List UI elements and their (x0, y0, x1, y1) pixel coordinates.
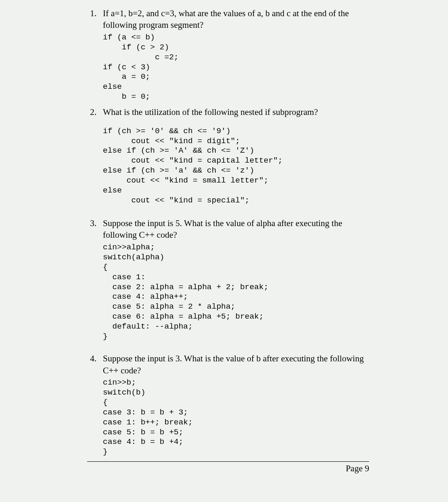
code-block: if (ch >= '0' && ch <= '9') cout << "kin… (103, 127, 369, 206)
question-list: If a=1, b=2, and c=3, what are the value… (87, 7, 369, 457)
question-prompt: If a=1, b=2, and c=3, what are the value… (103, 7, 369, 31)
code-block: cin>>alpha; switch(alpha) { case 1: case… (103, 243, 369, 342)
question-3: Suppose the input is 5. What is the valu… (99, 217, 369, 342)
question-prompt: Suppose the input is 3. What is the valu… (103, 353, 369, 376)
page-footer: Page 9 (87, 461, 369, 474)
question-prompt: Suppose the input is 5. What is the valu… (103, 217, 369, 241)
page: If a=1, b=2, and c=3, what are the value… (0, 0, 448, 502)
code-block: if (a <= b) if (c > 2) c =2; if (c < 3) … (103, 33, 369, 102)
question-4: Suppose the input is 3. What is the valu… (99, 353, 369, 457)
question-2: What is the utilization of the following… (99, 106, 369, 206)
question-prompt: What is the utilization of the following… (103, 106, 369, 118)
page-number-label: Page 9 (346, 463, 369, 473)
question-1: If a=1, b=2, and c=3, what are the value… (99, 7, 369, 102)
code-block: cin>>b; switch(b) { case 3: b = b + 3; c… (103, 378, 369, 458)
